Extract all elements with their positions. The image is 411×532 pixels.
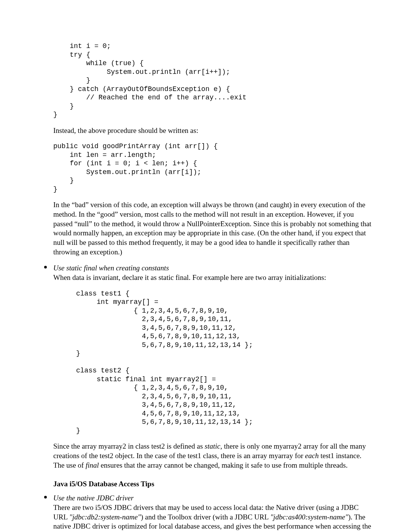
bullet-dot-icon bbox=[44, 496, 47, 498]
bullet-dot-icon bbox=[44, 266, 47, 268]
word-static: static bbox=[205, 442, 220, 450]
word-each: each bbox=[305, 452, 319, 460]
jdbc-url-1: "jdbc:db2:system-name" bbox=[69, 513, 141, 521]
document-page: int i = 0; try { while (true) { System.o… bbox=[0, 0, 411, 532]
code-block-test-classes: class test1 { int myarray[] = { 1,2,3,4,… bbox=[53, 289, 373, 435]
bullet-native-jdbc: Use the native JDBC driver There are two… bbox=[53, 494, 373, 532]
paragraph-bad-good-explanation: In the “bad” version of this code, an ex… bbox=[53, 200, 373, 257]
paragraph-instead: Instead, the above procedure should be w… bbox=[53, 126, 373, 136]
text-since-pre: Since the array myarray2 in class test2 … bbox=[53, 442, 205, 450]
paragraph-since-array: Since the array myarray2 in class test2 … bbox=[53, 442, 373, 470]
code-block-bad-print: int i = 0; try { while (true) { System.o… bbox=[53, 42, 373, 119]
bullet-title-static-final: Use static final when creating constants bbox=[53, 264, 169, 272]
code-block-good-print: public void goodPrintArray (int arr[]) {… bbox=[53, 142, 373, 193]
text-since-post: ensures that the array cannot be changed… bbox=[99, 461, 348, 469]
bullet-title-native-jdbc: Use the native JDBC driver bbox=[53, 494, 134, 502]
bullet-text-static-final: When data is invariant, declare it as st… bbox=[53, 273, 326, 281]
section-heading-db-tips: Java i5/OS Database Access Tips bbox=[53, 480, 373, 488]
word-final: final bbox=[86, 461, 99, 469]
bullet-text-jdbc-mid: ) and the Toolbox driver (with a JDBC UR… bbox=[141, 513, 270, 521]
bullet-static-final: Use static final when creating constants… bbox=[53, 264, 373, 282]
jdbc-url-2: "jdbc:as400:system-name" bbox=[270, 513, 348, 521]
